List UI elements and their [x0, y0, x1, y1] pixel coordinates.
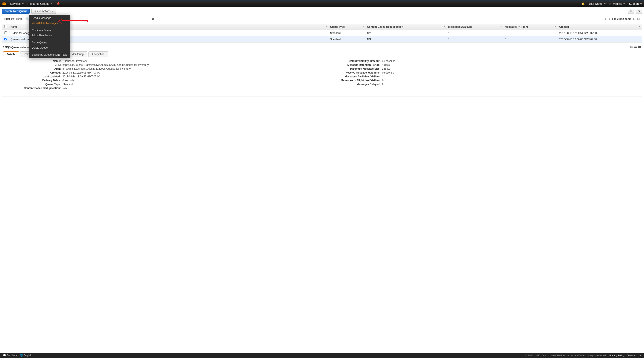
details-col-right: Default Visibility Timeout:30 seconds Me…: [326, 59, 637, 90]
tab-monitoring[interactable]: Monitoring: [68, 51, 87, 57]
page-prev-button[interactable]: ◀: [608, 18, 610, 21]
filter-row: Filter by Prefix: 🔍 ✕ |◀ ◀ 1 to 2 of 2 i…: [0, 16, 644, 24]
menu-configure-queue[interactable]: Configure Queue: [29, 28, 70, 33]
col-msgs-in-flight[interactable]: Messages in Flight: [503, 24, 558, 30]
nav-resource-groups[interactable]: Resource Groups: [28, 2, 52, 5]
layout-bottom-button[interactable]: [630, 46, 633, 48]
col-cbd[interactable]: Content-Based Deduplication: [365, 24, 446, 30]
detail-created: Created:2017-08-11 16:56:03 GMT-07:00: [7, 71, 318, 75]
gear-icon: ⚙: [638, 10, 640, 13]
chevron-down-icon: [624, 4, 625, 4]
tab-details[interactable]: Details: [3, 51, 19, 57]
col-queue-type[interactable]: Queue Type: [328, 24, 365, 30]
aws-logo-icon[interactable]: [2, 2, 6, 6]
detail-max-size: Maximum Message Size:256 KB: [326, 67, 637, 71]
settings-button[interactable]: ⚙: [636, 9, 642, 14]
chevron-down-icon: [52, 11, 54, 12]
label: Content-Based Deduplication:: [7, 87, 62, 90]
menu-add-permission[interactable]: Add a Permission: [29, 33, 70, 38]
detail-msgs-delayed: Messages Delayed:0: [326, 82, 637, 86]
detail-receive-wait: Receive Message Wait Time:0 seconds: [326, 71, 637, 75]
select-all-checkbox[interactable]: [4, 25, 7, 28]
menu-divider: [29, 51, 70, 51]
detail-queue-type: Queue Type:Standard: [7, 82, 318, 86]
label: ARN:: [7, 67, 62, 70]
splitter-handle[interactable]: • • •: [0, 43, 644, 45]
sort-caret-icon: [444, 26, 445, 27]
details-pane: Details Permissions Redrive Policy Monit…: [2, 51, 642, 97]
table-row[interactable]: Queues-for-InventoStandardN/A102017-08-1…: [2, 36, 642, 43]
nav-support[interactable]: Support: [629, 2, 642, 5]
cell-cbd: N/A: [365, 36, 446, 43]
value: https://sqs.us-east-1.amazonaws.com/5855…: [62, 63, 318, 66]
select-all-header: [2, 24, 9, 30]
layout-full-button[interactable]: [638, 46, 641, 48]
cell-type: Standard: [328, 30, 365, 36]
nav-username-label: Your Name: [588, 2, 602, 5]
menu-purge-queue[interactable]: Purge Queue: [29, 40, 70, 45]
label: Default Visibility Timeout:: [326, 60, 382, 63]
value: 0 seconds: [62, 79, 318, 82]
nav-resource-groups-label: Resource Groups: [28, 2, 49, 5]
details-header: 1 SQS Queue selected: [0, 45, 644, 50]
col-msgs-available[interactable]: Messages Available: [446, 24, 503, 30]
chevron-down-icon: [22, 4, 24, 4]
label: Last Updated:: [7, 75, 62, 78]
menu-send-message[interactable]: Send a Message: [29, 16, 70, 21]
sort-caret-icon: [362, 26, 364, 27]
page-last-button[interactable]: ▶|: [637, 18, 640, 21]
details-body: Name:Queues-for-Inventory URL:https://sq…: [2, 57, 642, 97]
label: Created:: [7, 71, 62, 74]
bell-icon: 🔔: [581, 2, 585, 5]
menu-subscribe-sns[interactable]: Subscribe Queue to SNS Topic: [29, 52, 70, 57]
nav-services[interactable]: Services: [10, 2, 24, 5]
tab-encryption[interactable]: Encryption: [88, 51, 108, 57]
detail-retention: Message Retention Period:4 days: [326, 63, 637, 67]
layout-split-button[interactable]: [634, 46, 637, 48]
chevron-down-icon: [51, 4, 52, 4]
row-checkbox[interactable]: [4, 38, 7, 40]
row-checkbox[interactable]: [4, 31, 7, 34]
col-created[interactable]: Created: [558, 24, 642, 30]
page-next-button[interactable]: ▶: [632, 18, 636, 21]
nav-username[interactable]: Your Name: [588, 2, 606, 5]
label: Messages Available (Visible):: [326, 75, 382, 78]
col-cbd-label: Content-Based Deduplication: [367, 25, 403, 28]
table-row[interactable]: Orders-for-AnalyticStandardN/A102017-08-…: [2, 30, 642, 36]
nav-pin[interactable]: 📌: [56, 2, 60, 5]
col-msgs-in-flight-label: Messages in Flight: [505, 25, 528, 28]
create-queue-button[interactable]: Create New Queue: [2, 9, 30, 14]
chevron-down-icon: [604, 4, 606, 4]
clear-filter-button[interactable]: ✕: [150, 17, 156, 21]
nav-region[interactable]: N. Virginia: [610, 2, 625, 5]
queue-actions-button[interactable]: Queue Actions: [31, 9, 56, 14]
value: 256 KB: [382, 67, 637, 70]
value: arn:aws:sqs:us-east-1:585534329928:Queue…: [62, 67, 318, 70]
menu-view-delete-messages[interactable]: View/Delete Messages: [29, 21, 70, 26]
filter-label: Filter by Prefix:: [4, 18, 22, 21]
page-first-button[interactable]: |◀: [603, 18, 606, 21]
value: N/A: [62, 87, 318, 90]
nav-region-label: N. Virginia: [610, 2, 622, 5]
value: 2017-08-11 16:56:03 GMT-07:00: [62, 71, 318, 74]
detail-msgs-available: Messages Available (Visible):1: [326, 75, 637, 78]
cell-cbd: N/A: [365, 30, 446, 36]
value: 2017-08-14 13:29:47 GMT-07:00: [62, 75, 318, 78]
detail-visibility-timeout: Default Visibility Timeout:30 seconds: [326, 59, 637, 63]
nav-notifications[interactable]: 🔔: [581, 2, 585, 5]
label: Maximum Message Size:: [326, 67, 382, 70]
nav-support-label: Support: [629, 2, 639, 5]
cell-created: 2017-08-11 16:56:03 GMT-07:00: [558, 36, 642, 43]
cell-inflight: 0: [503, 30, 558, 36]
value: Queues-for-Inventory: [62, 60, 318, 63]
label: Receive Message Wait Time:: [326, 71, 382, 74]
cell-avail: 1: [446, 30, 503, 36]
layout-switcher: [630, 46, 641, 48]
refresh-icon: ⟳: [630, 10, 632, 13]
label: Queue Type:: [7, 83, 62, 86]
menu-delete-queue[interactable]: Delete Queue: [29, 45, 70, 50]
pin-icon: 📌: [56, 2, 60, 5]
col-name-label: Name: [10, 25, 18, 28]
refresh-button[interactable]: ⟳: [628, 9, 634, 14]
value: 30 seconds: [382, 60, 637, 63]
